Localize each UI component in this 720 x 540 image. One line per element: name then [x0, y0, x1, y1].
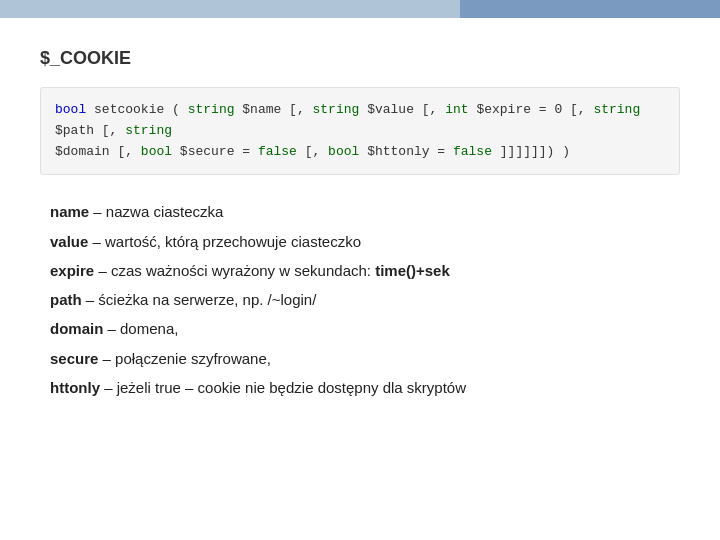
param-value: value – wartość, którą przechowuje ciast…: [50, 227, 680, 256]
param-list: name – nazwa ciasteczka value – wartość,…: [40, 197, 680, 402]
param-path: path – ścieżka na serwerze, np. /~login/: [50, 285, 680, 314]
code-function: setcookie: [94, 102, 164, 117]
param-expire: expire – czas ważności wyrażony w sekund…: [50, 256, 680, 285]
param-secure: secure – połączenie szyfrowane,: [50, 344, 680, 373]
code-block: bool setcookie ( string $name [, string …: [40, 87, 680, 175]
section-title: $_COOKIE: [40, 48, 680, 69]
param-domain: domain – domena,: [50, 314, 680, 343]
param-name: name – nazwa ciasteczka: [50, 197, 680, 226]
page-content: $_COOKIE bool setcookie ( string $name […: [0, 18, 720, 422]
code-keyword-bool: bool: [55, 102, 86, 117]
top-bar: [0, 0, 720, 18]
top-bar-accent: [460, 0, 720, 18]
param-httonly: httonly – jeżeli true – cookie nie będzi…: [50, 373, 680, 402]
